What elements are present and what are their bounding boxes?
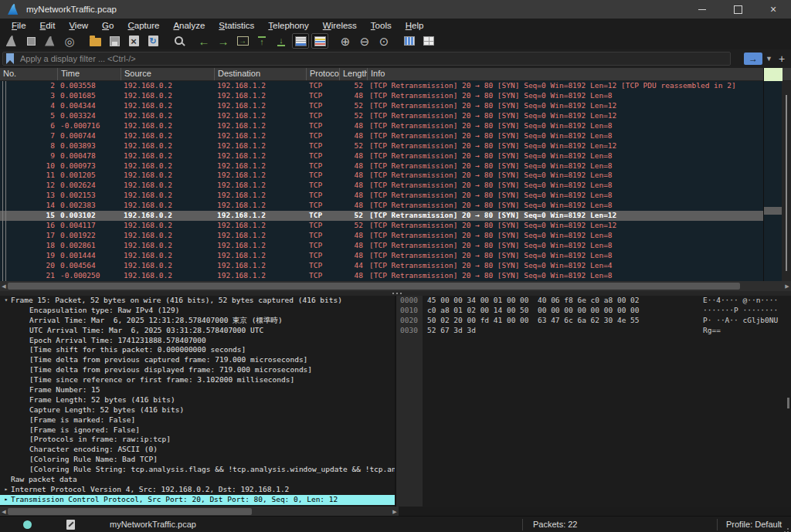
packet-row[interactable]: 170.001922192.168.0.2192.168.1.2TCP48[TC…: [0, 231, 791, 241]
column-header-protocol[interactable]: Protocol: [307, 68, 340, 80]
detail-line[interactable]: [Frame is marked: False]: [0, 415, 395, 425]
detail-line[interactable]: Epoch Arrival Time: 1741231888.578407000: [0, 336, 395, 346]
resize-columns-button[interactable]: [401, 33, 418, 49]
go-last-button[interactable]: [273, 33, 290, 49]
detail-line[interactable]: Raw packet data: [0, 475, 395, 485]
filter-dropdown-caret-icon[interactable]: ▼: [766, 55, 772, 63]
go-first-button[interactable]: [253, 33, 270, 49]
window-resize-grip[interactable]: [787, 528, 789, 530]
packet-row[interactable]: 21-0.000250192.168.0.2192.168.1.2TCP48[T…: [0, 271, 791, 281]
add-filter-button[interactable]: +: [776, 53, 788, 65]
packet-row[interactable]: 30.001685192.168.0.2192.168.1.2TCP48[TCP…: [0, 91, 791, 101]
packet-row[interactable]: 70.000744192.168.0.2192.168.1.2TCP48[TCP…: [0, 131, 791, 141]
vscrollbar-thumb[interactable]: [786, 95, 787, 271]
hex-row[interactable]: 0010c0 a8 01 02 00 14 00 50 00 00 00 00 …: [396, 306, 791, 316]
hex-row[interactable]: 002050 02 20 00 fd 41 00 00 63 47 6c 6a …: [396, 316, 791, 326]
colorize-button[interactable]: [311, 33, 328, 49]
menu-go[interactable]: Go: [95, 20, 121, 32]
packet-row[interactable]: 130.002153192.168.0.2192.168.1.2TCP48[TC…: [0, 191, 791, 201]
column-header-length[interactable]: Length: [340, 68, 368, 80]
minimize-button[interactable]: [684, 0, 720, 19]
expander-icon[interactable]: ▸: [2, 485, 11, 495]
display-filter-input[interactable]: Apply a display filter ... <Ctrl-/>: [2, 52, 731, 66]
auto-scroll-button[interactable]: [292, 33, 309, 49]
close-button[interactable]: ×: [755, 0, 791, 19]
menu-edit[interactable]: Edit: [33, 20, 63, 32]
menu-wireless[interactable]: Wireless: [316, 20, 364, 32]
detail-line[interactable]: Frame Length: 52 bytes (416 bits): [0, 395, 395, 405]
packet-row[interactable]: 50.003324192.168.0.2192.168.1.2TCP52[TCP…: [0, 111, 791, 121]
restart-capture-button[interactable]: [42, 33, 59, 49]
menu-view[interactable]: View: [62, 20, 95, 32]
zoom-original-button[interactable]: [375, 33, 392, 49]
packet-list-vscrollbar[interactable]: [782, 81, 791, 281]
scroll-left-icon[interactable]: ◀: [0, 283, 8, 290]
packet-row[interactable]: 80.003893192.168.0.2192.168.1.2TCP52[TCP…: [0, 141, 791, 151]
expander-icon[interactable]: ▸: [2, 495, 11, 505]
column-header-destination[interactable]: Destination: [215, 68, 307, 80]
menu-capture[interactable]: Capture: [121, 20, 166, 32]
detail-hscrollbar-thumb[interactable]: [8, 508, 252, 515]
menu-file[interactable]: File: [5, 20, 33, 32]
packet-row[interactable]: 140.002383192.168.0.2192.168.1.2TCP48[TC…: [0, 201, 791, 211]
detail-line[interactable]: [Time delta from previous displayed fram…: [0, 365, 395, 375]
expander-icon[interactable]: ▾: [2, 296, 11, 306]
reload-file-button[interactable]: [144, 33, 161, 49]
packet-row[interactable]: 190.001444192.168.0.2192.168.1.2TCP48[TC…: [0, 251, 791, 261]
detail-line[interactable]: [Coloring Rule Name: Bad TCP]: [0, 455, 395, 465]
statusbar-profile[interactable]: Profile: Default: [726, 520, 782, 529]
column-header-time[interactable]: Time: [58, 68, 121, 80]
packet-row[interactable]: 100.000973192.168.0.2192.168.1.2TCP48[TC…: [0, 161, 791, 171]
start-capture-button[interactable]: [3, 33, 20, 49]
detail-line[interactable]: [Protocols in frame: raw:ip:tcp]: [0, 435, 395, 445]
column-header-no[interactable]: No.: [0, 68, 58, 80]
detail-line[interactable]: [Frame is ignored: False]: [0, 425, 395, 435]
detail-line[interactable]: Encapsulation type: Raw IPv4 (129): [0, 306, 395, 316]
apply-filter-button[interactable]: [744, 53, 762, 65]
maximize-button[interactable]: [720, 0, 755, 19]
packet-row[interactable]: 40.004344192.168.0.2192.168.1.2TCP52[TCP…: [0, 101, 791, 111]
go-forward-button[interactable]: [215, 33, 232, 49]
column-header-source[interactable]: Source: [121, 68, 215, 80]
scroll-right-icon[interactable]: ▶: [391, 509, 399, 515]
detail-line[interactable]: Capture Length: 52 bytes (416 bits): [0, 405, 395, 415]
detail-line[interactable]: Frame Number: 15: [0, 385, 395, 395]
open-file-button[interactable]: [87, 33, 104, 49]
packet-row[interactable]: 160.004117192.168.0.2192.168.1.2TCP52[TC…: [0, 221, 791, 231]
menu-statistics[interactable]: Statistics: [212, 20, 261, 32]
go-back-button[interactable]: [195, 33, 212, 49]
hex-row[interactable]: 003052 67 3d 3dRg==: [396, 326, 791, 336]
expert-info-icon[interactable]: [23, 520, 32, 529]
reset-layout-button[interactable]: [420, 33, 437, 49]
detail-line[interactable]: Character encoding: ASCII (0): [0, 445, 395, 455]
find-packet-button[interactable]: [170, 33, 187, 49]
detail-line[interactable]: [Time shift for this packet: 0.000000000…: [0, 345, 395, 355]
packet-row[interactable]: 20.003558192.168.0.2192.168.1.2TCP52[TCP…: [0, 81, 791, 91]
packet-row[interactable]: 6-0.000716192.168.0.2192.168.1.2TCP48[TC…: [0, 121, 791, 131]
zoom-out-button[interactable]: [356, 33, 373, 49]
packet-row[interactable]: 110.001205192.168.0.2192.168.1.2TCP48[TC…: [0, 171, 791, 181]
packet-row[interactable]: 90.000478192.168.0.2192.168.1.2TCP48[TCP…: [0, 151, 791, 161]
capture-comment-icon[interactable]: [66, 520, 75, 530]
hex-row[interactable]: 000045 00 00 34 00 01 00 00 40 06 f8 6e …: [396, 296, 791, 306]
detail-line[interactable]: UTC Arrival Time: Mar 6, 2025 03:31:28.5…: [0, 326, 395, 336]
packet-row[interactable]: 200.004564192.168.0.2192.168.1.2TCP44[TC…: [0, 261, 791, 271]
menu-tools[interactable]: Tools: [364, 20, 399, 32]
detail-line[interactable]: [Time since reference or first frame: 3.…: [0, 375, 395, 385]
scroll-right-icon[interactable]: ▶: [783, 283, 791, 290]
hscrollbar-thumb[interactable]: [8, 283, 740, 290]
detail-line[interactable]: ▾Frame 15: Packet, 52 bytes on wire (416…: [0, 296, 395, 306]
scroll-left-icon[interactable]: ◀: [0, 509, 8, 515]
packet-row[interactable]: 180.002861192.168.0.2192.168.1.2TCP48[TC…: [0, 241, 791, 251]
detail-line[interactable]: ▸Transmission Control Protocol, Src Port…: [0, 495, 395, 505]
bookmark-icon[interactable]: [6, 53, 14, 64]
menu-analyze[interactable]: Analyze: [166, 20, 212, 32]
column-header-info[interactable]: Info: [368, 68, 791, 80]
intelligent-scrollbar-minimap[interactable]: [763, 68, 782, 281]
packet-row[interactable]: 120.002624192.168.0.2192.168.1.2TCP48[TC…: [0, 181, 791, 191]
menu-telephony[interactable]: Telephony: [261, 20, 315, 32]
packet-row[interactable]: 150.003102192.168.0.2192.168.1.2TCP52[TC…: [0, 211, 791, 221]
detail-line[interactable]: [Time delta from previous captured frame…: [0, 355, 395, 365]
zoom-in-button[interactable]: [337, 33, 354, 49]
detail-line[interactable]: Arrival Time: Mar 6, 2025 12:31:28.57840…: [0, 316, 395, 326]
